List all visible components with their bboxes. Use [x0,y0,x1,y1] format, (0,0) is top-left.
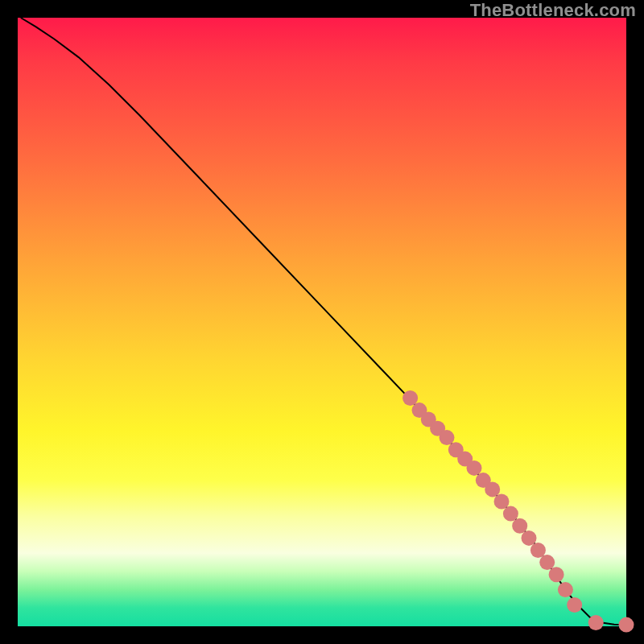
curve-line [21,18,626,625]
chart-stage: TheBottleneck.com [0,0,644,644]
marker-point [440,430,455,445]
marker-point [402,390,418,406]
marker-point [539,555,555,570]
marker-point [558,582,573,597]
marker-point [467,460,482,476]
marker-point [522,530,537,546]
marker-point [588,615,604,630]
chart-overlay [18,18,626,626]
marker-point [494,494,510,510]
marker-point [549,567,564,582]
marker-point [512,518,527,534]
marker-point [485,481,500,497]
marker-series [402,390,634,633]
marker-point [503,506,518,522]
marker-point [567,597,582,613]
marker-point [530,543,546,558]
watermark-label: TheBottleneck.com [470,0,636,21]
marker-point [619,617,634,633]
